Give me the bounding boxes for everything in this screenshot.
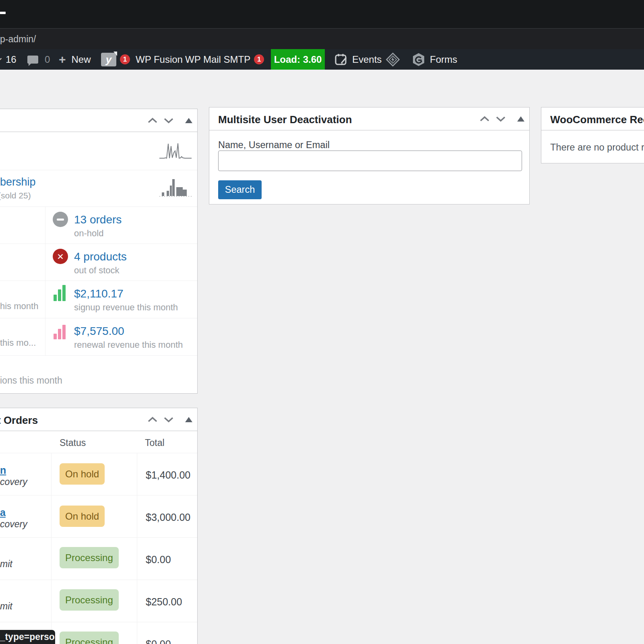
wp-mail-smtp-menu[interactable]: WP Mail SMTP 1 [185, 49, 264, 70]
updates-icon: ⟳ [0, 54, 4, 66]
footer-fragment: ions this month [0, 375, 62, 386]
order-customer-fragment: covery [0, 519, 27, 530]
search-field-label: Name, Username or Email [218, 140, 330, 151]
move-up-icon[interactable] [147, 416, 158, 423]
order-link[interactable]: n [0, 464, 6, 476]
order-status-badge: On hold [60, 506, 105, 527]
move-up-icon[interactable] [147, 117, 158, 124]
yoast-badge: 1 [120, 54, 130, 64]
comments-count: 0 [45, 54, 50, 65]
pink-bars-icon [54, 322, 66, 339]
renewal-revenue-label: renewal revenue this month [74, 340, 183, 350]
store-status-widget: bership (sold 25) 13 orders on-hold [0, 109, 198, 394]
wp-admin-toolbar: ⟳ 16 0 + New y 1 WP Fusion WP Mail SMTP … [0, 49, 644, 70]
status-row-footer: ions this month [0, 356, 197, 394]
order-row: mit Processing $250.00 [0, 580, 197, 622]
reviews-widget-header[interactable]: WooCommerce Recent [541, 107, 644, 130]
collapse-toggle-icon[interactable] [185, 118, 192, 123]
x-circle-icon: ✕ [53, 249, 68, 264]
out-of-stock-link[interactable]: 4 products [74, 250, 127, 263]
recent-reviews-widget: WooCommerce Recent There are no product … [541, 107, 644, 163]
wp-mail-smtp-badge: 1 [254, 54, 264, 64]
gravity-forms-icon [412, 52, 425, 67]
status-row-signup-revenue: his month $2,110.17 signup revenue this … [0, 281, 197, 318]
order-status-badge: On hold [60, 463, 105, 485]
orders-table-header: Status Total [0, 431, 197, 453]
order-total: $250.00 [146, 596, 182, 608]
left-cell-fragment: his month [0, 301, 38, 312]
diamond-bolt-icon [385, 52, 400, 68]
order-row: a covery On hold $3,000.00 [0, 495, 197, 538]
status-row-membership: bership (sold 25) [0, 170, 197, 207]
recent-orders-widget: t Orders Status Total n covery On hold $… [0, 408, 198, 644]
url-text[interactable]: p-admin/ [0, 34, 36, 45]
order-row: n covery On hold $1,400.00 [0, 453, 197, 495]
comment-bubble-icon [27, 56, 38, 64]
bar-sparkline-icon [159, 178, 192, 197]
widget-order-controls [147, 116, 193, 126]
status-row-sparkline [0, 132, 197, 170]
widget-order-controls [479, 114, 525, 124]
move-down-icon[interactable] [163, 416, 174, 423]
wordpress-admin-dashboard: p-admin/ ⟳ 16 0 + New y 1 WP Fusion WP M… [0, 0, 644, 644]
status-row-out-of-stock: ✕ 4 products out of stock [0, 244, 197, 281]
move-up-icon[interactable] [479, 116, 490, 122]
browser-url-bar[interactable]: p-admin/ [0, 28, 644, 50]
wp-mail-smtp-label: WP Mail SMTP [185, 54, 250, 65]
calendar-icon [334, 52, 348, 67]
green-bars-icon [54, 284, 66, 301]
status-widget-header [0, 109, 197, 132]
move-down-icon[interactable] [495, 116, 506, 122]
widget-order-controls [147, 415, 193, 425]
membership-product-link[interactable]: bership [0, 176, 36, 188]
yoast-seo-menu[interactable]: y 1 [101, 49, 130, 70]
wp-fusion-menu[interactable]: WP Fusion [136, 49, 183, 70]
order-customer-fragment: covery [0, 477, 27, 487]
link-preview-text: t_type=person [0, 632, 55, 642]
order-total: $3,000.00 [146, 512, 190, 523]
widget-title: t Orders [0, 414, 38, 427]
move-down-icon[interactable] [163, 117, 174, 124]
order-total: $0.00 [146, 638, 171, 644]
multisite-user-deactivation-widget: Multisite User Deactivation Name, Userna… [209, 107, 530, 204]
server-load-indicator[interactable]: Load: 3.60 [271, 49, 325, 70]
events-label: Events [352, 54, 382, 65]
collapse-toggle-icon[interactable] [185, 417, 192, 422]
order-total: $1,400.00 [146, 469, 190, 481]
browser-titlebar [0, 0, 644, 28]
total-column-header: Total [145, 438, 165, 448]
plus-icon: + [59, 56, 66, 64]
order-status-badge: Processing [60, 632, 119, 644]
comments-menu[interactable]: 0 [27, 49, 50, 70]
load-label: Load: 3.60 [274, 54, 322, 65]
order-link[interactable]: a [0, 507, 6, 518]
renewal-revenue-link[interactable]: $7,575.00 [74, 325, 124, 338]
status-row-orders-onhold: 13 orders on-hold [0, 207, 197, 244]
out-of-stock-label: out of stock [74, 265, 120, 276]
widget-title: Multisite User Deactivation [218, 114, 352, 126]
collapse-toggle-icon[interactable] [517, 116, 524, 122]
updates-count: 16 [6, 54, 17, 65]
orders-onhold-link[interactable]: 13 orders [74, 213, 122, 226]
status-column-header: Status [60, 438, 86, 448]
plugin-diamond-menu[interactable] [385, 49, 400, 70]
order-row: mit Processing $0.00 [0, 538, 197, 580]
order-customer-fragment: mit [0, 601, 12, 612]
order-status-badge: Processing [60, 589, 119, 611]
left-cell-fragment: this mo... [0, 338, 36, 348]
widget-title: WooCommerce Recent [550, 114, 644, 126]
multisite-widget-header[interactable]: Multisite User Deactivation [209, 107, 529, 130]
order-status-badge: Processing [60, 547, 119, 568]
new-content-menu[interactable]: + New [59, 49, 91, 70]
order-total: $0.00 [146, 554, 171, 566]
window-title-fragment [0, 12, 6, 14]
signup-revenue-link[interactable]: $2,110.17 [74, 287, 124, 300]
search-button[interactable]: Search [218, 180, 262, 199]
link-preview-statusbar: t_type=person [0, 630, 55, 644]
gravity-forms-menu[interactable]: Forms [412, 49, 457, 70]
events-menu[interactable]: Events [334, 49, 382, 70]
line-sparkline-icon [159, 141, 192, 160]
updates-menu[interactable]: ⟳ 16 [0, 49, 17, 70]
user-search-input[interactable] [218, 151, 522, 171]
order-customer-fragment: mit [0, 559, 12, 570]
